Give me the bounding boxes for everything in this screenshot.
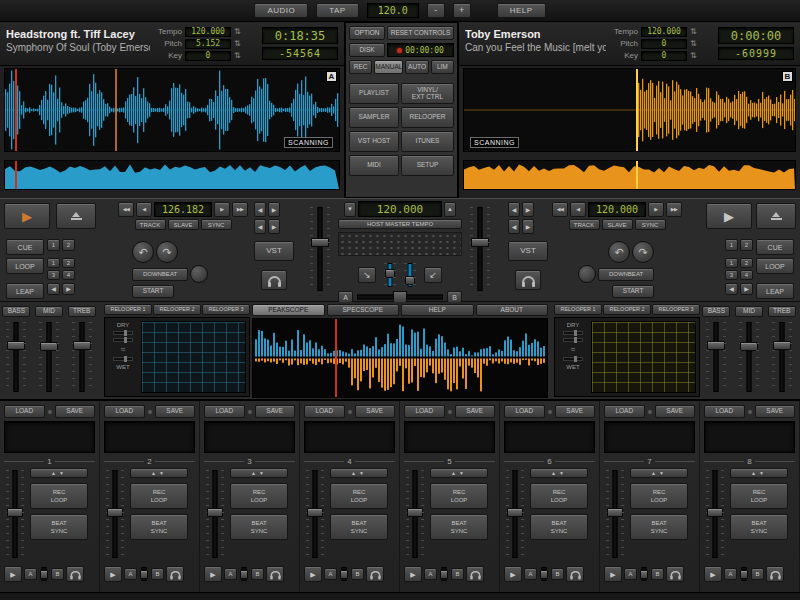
sample-load-button[interactable]: LOAD	[404, 405, 445, 418]
sample-play-button[interactable]: ▶	[304, 566, 322, 582]
sample-beat-sync-button[interactable]: BEATSYNC	[30, 514, 88, 540]
stepper-icon[interactable]: ⇅	[690, 27, 697, 36]
tempo-increase-button[interactable]: +	[453, 3, 471, 18]
deck-b-leap-fwd-button[interactable]: ▶	[740, 283, 753, 295]
deck-a-pitch-bend-down-button[interactable]: ◀	[136, 202, 152, 217]
fx-mini-slider[interactable]	[113, 357, 133, 361]
sample-assign-a-button[interactable]: A	[424, 568, 437, 580]
sample-pitch-step-button[interactable]: ▲▼	[730, 468, 788, 478]
deck-b-pitch-bend-up-button[interactable]: ▶	[648, 202, 664, 217]
help-button[interactable]: HELP	[497, 3, 546, 18]
sample-volume-fader[interactable]	[606, 468, 624, 560]
sample-rec-loop-button[interactable]: RECLOOP	[130, 483, 188, 509]
deck-a-mid-button[interactable]: MID	[35, 306, 63, 317]
deck-a-loop-3-button[interactable]: 3	[47, 270, 60, 280]
deck-a-nudge-fwd-button[interactable]: ▶	[268, 202, 280, 217]
deck-b-jog-fwd-knob[interactable]: ↷	[632, 241, 654, 263]
deck-b-leap-back-button[interactable]: ◀	[725, 283, 738, 295]
deck-b-pitch-bend-down-fast-button[interactable]: ◀◀	[552, 202, 568, 217]
deck-a-pitch-bend-up-fast-button[interactable]: ▶▶	[232, 202, 248, 217]
sample-rec-loop-button[interactable]: RECLOOP	[730, 483, 788, 509]
sample-assign-b-button[interactable]: B	[751, 568, 764, 580]
deck-b-vst-button[interactable]: VST	[508, 241, 548, 261]
deck-a-pitch-bend-down-fast-button[interactable]: ◀◀	[118, 202, 134, 217]
deck-b-seek-fwd-button[interactable]: ▶	[522, 219, 534, 234]
fader-handle[interactable]	[40, 342, 58, 351]
fader-handle[interactable]	[405, 276, 415, 285]
fx-mini-slider[interactable]	[563, 338, 583, 342]
sample-assign-a-button[interactable]: A	[124, 568, 137, 580]
fader-handle[interactable]	[340, 570, 348, 579]
deck-b-bass-button[interactable]: BASS	[702, 306, 730, 317]
sample-mini-fader[interactable]	[339, 565, 349, 583]
stepper-icon[interactable]: ⇅	[234, 51, 241, 60]
deck-a-monitor-button[interactable]	[261, 270, 287, 290]
sample-volume-fader[interactable]	[6, 468, 24, 560]
fader-handle[interactable]	[640, 570, 648, 579]
sample-mini-fader[interactable]	[39, 565, 49, 583]
midi-button[interactable]: MIDI	[349, 155, 399, 176]
deck-b-relooper-grid[interactable]	[591, 321, 696, 393]
scope-help-tab[interactable]: HELP	[401, 304, 474, 316]
fader-handle[interactable]	[7, 341, 25, 350]
sample-pitch-step-button[interactable]: ▲▼	[630, 468, 688, 478]
sample-pitch-step-button[interactable]: ▲▼	[230, 468, 288, 478]
sample-pitch-step-button[interactable]: ▲▼	[530, 468, 588, 478]
master-tempo-up-button[interactable]: ▲	[444, 202, 456, 217]
sample-load-button[interactable]: LOAD	[704, 405, 745, 418]
deck-b-cue-2-button[interactable]: 2	[740, 239, 753, 251]
sample-monitor-button[interactable]	[666, 566, 684, 582]
sample-volume-fader[interactable]	[306, 468, 324, 560]
fader-handle[interactable]	[440, 570, 448, 579]
deck-b-loop-button[interactable]: LOOP	[756, 258, 794, 274]
deck-a-jog-fwd-knob[interactable]: ↷	[156, 241, 178, 263]
fader-handle[interactable]	[40, 570, 48, 579]
deck-b-loop-3-button[interactable]: 3	[725, 270, 738, 280]
sample-play-button[interactable]: ▶	[404, 566, 422, 582]
deck-a-relooper-grid[interactable]	[141, 321, 246, 393]
sample-rec-loop-button[interactable]: RECLOOP	[330, 483, 388, 509]
deck-b-waveform[interactable]: B SCANNING	[463, 68, 796, 152]
disk-button[interactable]: DISK	[349, 43, 385, 57]
sample-load-button[interactable]: LOAD	[104, 405, 145, 418]
deck-a-leap-back-button[interactable]: ◀	[47, 283, 60, 295]
xfade-curve-a-button[interactable]: ↘	[358, 267, 376, 283]
sample-save-button[interactable]: SAVE	[555, 405, 596, 418]
sample-play-button[interactable]: ▶	[704, 566, 722, 582]
deck-b-relooper-2-tab[interactable]: RELOOPER 2	[603, 304, 651, 315]
fx-mini-slider[interactable]	[563, 357, 583, 361]
fx-mini-slider[interactable]	[113, 331, 133, 335]
deck-a-pitch-fader[interactable]	[310, 205, 330, 293]
fader-handle[interactable]	[707, 341, 725, 350]
fader-handle[interactable]	[311, 238, 329, 247]
deck-a-downbeat-knob[interactable]	[190, 265, 208, 283]
deck-a-loop-4-button[interactable]: 4	[62, 270, 75, 280]
deck-a-start-button[interactable]: START	[132, 285, 174, 298]
deck-b-cue-1-button[interactable]: 1	[725, 239, 738, 251]
sample-assign-a-button[interactable]: A	[324, 568, 337, 580]
deck-b-overview-strip[interactable]	[463, 160, 796, 190]
deck-b-downbeat-button[interactable]: DOWNBEAT	[598, 268, 654, 281]
fader-handle[interactable]	[240, 570, 248, 579]
option-button[interactable]: OPTION	[349, 26, 385, 40]
sample-assign-a-button[interactable]: A	[224, 568, 237, 580]
scope-about-tab[interactable]: ABOUT	[476, 304, 549, 316]
sample-beat-sync-button[interactable]: BEATSYNC	[530, 514, 588, 540]
deck-a-slave-button[interactable]: SLAVE	[168, 219, 199, 230]
fader-handle[interactable]	[307, 508, 323, 517]
deck-b-eject-button[interactable]	[756, 203, 796, 229]
stepper-icon[interactable]: ⇅	[234, 39, 241, 48]
sample-assign-b-button[interactable]: B	[251, 568, 264, 580]
sample-monitor-button[interactable]	[766, 566, 784, 582]
deck-a-mid-fader[interactable]	[39, 320, 59, 394]
xfade-curve-b-button[interactable]: ↙	[424, 267, 442, 283]
fader-handle[interactable]	[407, 508, 423, 517]
sample-monitor-button[interactable]	[66, 566, 84, 582]
playlist-button[interactable]: PLAYLIST	[349, 83, 399, 104]
deck-a-eject-button[interactable]	[56, 203, 96, 229]
deck-a-overview-strip[interactable]	[4, 160, 340, 190]
deck-b-relooper-1-tab[interactable]: RELOOPER 1	[554, 304, 602, 315]
stepper-icon[interactable]: ⇅	[690, 51, 697, 60]
sample-pitch-step-button[interactable]: ▲▼	[430, 468, 488, 478]
fader-handle[interactable]	[107, 508, 123, 517]
